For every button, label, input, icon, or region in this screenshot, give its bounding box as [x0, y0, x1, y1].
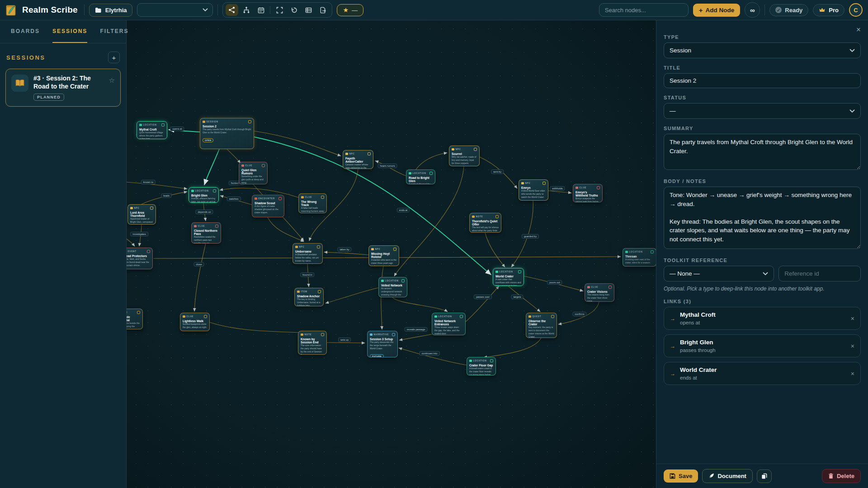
node-bookmark-icon[interactable] [278, 197, 282, 200]
canvas-node[interactable]: NPCFayeth AmberCallerCaravan master whos… [343, 150, 373, 169]
pro-plan-button[interactable]: Pro [813, 4, 844, 16]
canvas-node[interactable]: NOTEThornfield's Quiet OfferThe lord wil… [469, 213, 501, 233]
graph-view-button[interactable] [226, 4, 238, 16]
node-bookmark-icon[interactable] [392, 333, 395, 336]
body-notes-textarea[interactable]: Tone: Wonder → unease → grief's weight →… [664, 187, 861, 249]
remove-link-icon[interactable]: × [851, 343, 854, 350]
node-bookmark-icon[interactable] [368, 152, 371, 155]
canvas-node[interactable]: NPCScurrelWiry rat-catcher, made of fury… [449, 145, 480, 166]
node-bookmark-icon[interactable] [597, 186, 600, 189]
node-bookmark-icon[interactable] [248, 120, 251, 123]
node-bookmark-icon[interactable] [393, 248, 396, 251]
node-bookmark-icon[interactable] [215, 225, 218, 228]
status-select[interactable]: — [664, 103, 861, 119]
node-bookmark-icon[interactable] [401, 279, 405, 282]
node-body: A breath-warm crack in the crater floor … [469, 367, 493, 375]
node-bookmark-icon[interactable] [651, 250, 654, 253]
canvas-node[interactable]: CLUEEmryn's Withheld TruthsEmryn suspect… [573, 184, 603, 202]
tab-filters[interactable]: FILTERS [100, 20, 128, 43]
canvas-node[interactable]: LOCATIONThresanA mining town east of the… [623, 248, 656, 267]
session-card[interactable]: #3 · Session 2: The Road to the Crater P… [5, 69, 121, 107]
canvas-node[interactable]: CLUELightless WalkScuffed bootprints cir… [180, 313, 210, 331]
node-bookmark-icon[interactable] [317, 245, 320, 249]
reference-id-input[interactable] [778, 266, 861, 282]
add-session-button[interactable]: + [108, 52, 120, 63]
summary-textarea[interactable]: The party travels from Mythal Croft thro… [664, 134, 861, 170]
node-bookmark-icon[interactable] [321, 196, 324, 199]
type-select[interactable]: Session [664, 42, 861, 58]
favorite-toggle-button[interactable]: ★ — [337, 4, 363, 16]
canvas-node[interactable]: ENCOUNTERShadow ScoutA thin figure of ma… [252, 195, 284, 217]
canvas-node[interactable]: EVENTDead ProtectorsMira, Vask, and Sedr… [127, 248, 153, 269]
node-type-icon [452, 148, 454, 151]
canvas-node[interactable]: LOCATIONVeiled Network EntrancesThree kn… [432, 313, 466, 335]
canvas-node[interactable]: LOCATIONCrater Floor GapA breath-warm cr… [467, 357, 496, 375]
user-avatar[interactable]: C [849, 3, 863, 17]
node-bookmark-icon[interactable] [474, 148, 477, 151]
canvas-node[interactable]: NOTEKnown by Session EndThe core informa… [298, 331, 327, 355]
add-node-button[interactable]: + Add Node [693, 4, 741, 17]
node-bookmark-icon[interactable] [318, 290, 321, 293]
node-bookmark-icon[interactable] [147, 250, 150, 253]
canvas-node[interactable]: NPCUmbersaneA Shadowfell predator below … [292, 243, 323, 264]
save-button[interactable]: Save [664, 469, 698, 483]
document-button[interactable]: Document [702, 469, 753, 483]
fit-view-button[interactable] [273, 4, 286, 16]
canvas-node[interactable]: NOTERoadside MemorialFresh cairns beside… [127, 309, 143, 329]
remove-link-icon[interactable]: × [851, 315, 854, 322]
canvas-node[interactable]: LOCATIONMythal CroftQuiet homestead vill… [137, 121, 167, 139]
canvas-node[interactable]: LOCATIONRoad to Bright GlenA packed-dirt… [406, 169, 435, 184]
node-bookmark-icon[interactable] [262, 164, 265, 167]
node-bookmark-icon[interactable] [460, 315, 463, 318]
canvas-node[interactable]: CLUEThe Wrong TrackA false trail leads m… [298, 193, 327, 213]
canvas-node[interactable]: NPCLord Aros ThornfieldAppointed leader … [127, 204, 156, 225]
node-bookmark-icon[interactable] [321, 333, 324, 336]
duplicate-button[interactable] [757, 469, 772, 483]
board-select[interactable] [137, 3, 213, 17]
link-mode-button[interactable]: ∞ [745, 2, 760, 18]
canvas-node[interactable]: LOCATIONBright GlenA small, efficient fa… [189, 187, 219, 203]
tab-sessions[interactable]: SESSIONS [52, 20, 87, 43]
remove-link-icon[interactable]: × [851, 370, 854, 377]
canvas-node[interactable]: LOCATIONWorld CraterA vast crater that o… [493, 268, 524, 286]
canvas-node[interactable]: CLUEQuiet Glen RumorsSomething under the… [239, 162, 268, 184]
node-bookmark-icon[interactable] [213, 189, 216, 192]
canvas-node[interactable]: CLUECrater VisionsThe visions rising fro… [585, 283, 614, 302]
graph-canvas[interactable]: opens atends atleadsknown towatcheshunte… [127, 20, 656, 488]
title-input[interactable] [664, 73, 861, 88]
node-bookmark-icon[interactable] [161, 123, 165, 127]
table-view-button[interactable] [302, 4, 315, 16]
node-bookmark-icon[interactable] [518, 270, 521, 273]
node-bookmark-icon[interactable] [150, 206, 153, 210]
hierarchy-view-button[interactable] [240, 4, 253, 16]
calendar-view-button[interactable] [255, 4, 267, 16]
search-input[interactable] [599, 3, 689, 17]
delete-button[interactable]: Delete [822, 469, 861, 483]
canvas-node[interactable]: NPCEmrynA blind World Seer elder who sen… [519, 179, 548, 201]
canvas-node[interactable]: NARRATIVESession 3 SetupThe party descen… [367, 331, 398, 357]
canvas-node[interactable]: NPCMissing Hoyt RolstorA warden who went… [368, 245, 399, 266]
toolkit-type-select[interactable]: — None — [664, 266, 774, 282]
node-bookmark-icon[interactable] [551, 315, 554, 318]
link-card-world-crater[interactable]: → World Crater ends at × [664, 362, 861, 385]
link-card-mythal-croft[interactable]: → Mythal Croft opens at × [664, 307, 861, 330]
close-panel-icon[interactable]: × [856, 26, 861, 33]
node-bookmark-icon[interactable] [495, 215, 499, 218]
node-bookmark-icon[interactable] [609, 286, 612, 289]
session-star-icon[interactable]: ☆ [109, 76, 115, 84]
node-bookmark-icon[interactable] [204, 315, 207, 318]
canvas-node[interactable]: CLUEClosed Northern PassRockslides seale… [191, 222, 221, 244]
canvas-node[interactable]: SESSIONSession 2The party travels from M… [200, 118, 254, 149]
link-card-bright-glen[interactable]: → Bright Glen passes through × [664, 334, 861, 357]
canvas-node[interactable]: ITEMShadow AnchorThe key to binding Umbe… [294, 288, 324, 306]
export-button[interactable] [316, 4, 329, 16]
canvas-node[interactable]: QUESTObserve the CraterKey moment: the p… [526, 313, 557, 338]
canvas-node[interactable]: LOCATIONVeiled NetworkAn ancient undergr… [378, 277, 407, 297]
node-bookmark-icon[interactable] [490, 359, 493, 362]
undo-button[interactable] [288, 4, 300, 16]
node-bookmark-icon[interactable] [429, 172, 433, 175]
node-bookmark-icon[interactable] [542, 182, 546, 185]
node-bookmark-icon[interactable] [137, 311, 140, 314]
project-selector-button[interactable]: Elytrhia [89, 4, 133, 17]
tab-boards[interactable]: BOARDS [11, 20, 40, 43]
